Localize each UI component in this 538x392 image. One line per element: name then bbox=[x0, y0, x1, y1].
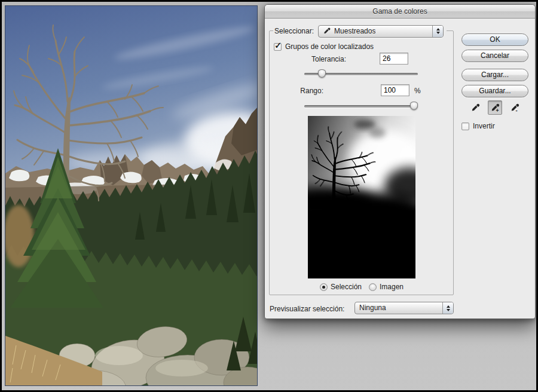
range-slider[interactable] bbox=[304, 102, 418, 111]
range-slider-thumb[interactable] bbox=[410, 102, 418, 110]
fuzziness-slider[interactable] bbox=[304, 69, 418, 79]
eyedropper-sample-icon[interactable] bbox=[468, 100, 482, 115]
popup-stepper-icon bbox=[432, 26, 443, 37]
radio-image[interactable] bbox=[369, 283, 377, 291]
range-unit: % bbox=[414, 87, 421, 95]
screenshot-frame: Gama de colores Seleccionar: Muestreados… bbox=[0, 0, 538, 392]
select-popup[interactable]: Muestreados bbox=[318, 25, 444, 38]
eyedropper-subtract-icon[interactable]: - bbox=[508, 100, 522, 115]
localized-checkbox[interactable]: ✓ bbox=[274, 43, 282, 51]
preview-mode-row: Selección Imagen bbox=[308, 282, 415, 292]
eyedropper-icon bbox=[323, 27, 331, 35]
radio-selection-item[interactable]: Selección bbox=[320, 283, 362, 291]
eyedropper-add-icon[interactable]: + bbox=[488, 100, 502, 115]
preview-select-label: Previsualizar selección: bbox=[270, 305, 344, 313]
fuzziness-label: Tolerancia: bbox=[274, 55, 346, 63]
radio-image-label: Imagen bbox=[380, 283, 404, 291]
range-input[interactable]: 100 bbox=[381, 84, 409, 96]
select-label: Seleccionar: bbox=[274, 27, 314, 35]
fuzziness-input[interactable]: 26 bbox=[380, 53, 408, 65]
popup-stepper-icon bbox=[442, 302, 453, 314]
invert-row: ✓ Invertir bbox=[461, 122, 495, 130]
dialog-titlebar[interactable]: Gama de colores bbox=[265, 5, 535, 19]
cancel-button[interactable]: Cancelar bbox=[461, 50, 528, 62]
preview-select-popup[interactable]: Ninguna bbox=[354, 302, 454, 314]
radio-selection[interactable] bbox=[320, 283, 328, 291]
invert-label: Invertir bbox=[473, 122, 495, 130]
range-slider-track[interactable] bbox=[304, 105, 418, 108]
color-range-dialog: Gama de colores Seleccionar: Muestreados… bbox=[264, 4, 536, 319]
select-popup-value: Muestreados bbox=[334, 26, 375, 37]
localized-label: Grupos de color localizados bbox=[285, 42, 374, 51]
ok-button[interactable]: OK bbox=[461, 33, 528, 46]
localized-row: ✓ Grupos de color localizados bbox=[274, 42, 374, 51]
landscape-photo bbox=[5, 6, 258, 386]
eyedropper-tools: + - bbox=[468, 100, 522, 115]
check-icon: ✓ bbox=[274, 40, 282, 51]
svg-text:-: - bbox=[515, 106, 517, 112]
selection-preview[interactable] bbox=[308, 116, 415, 278]
save-button[interactable]: Guardar... bbox=[461, 85, 528, 97]
svg-text:+: + bbox=[496, 108, 499, 113]
radio-image-item[interactable]: Imagen bbox=[369, 283, 404, 291]
range-label: Rango: bbox=[274, 87, 323, 95]
selection-mask bbox=[308, 116, 415, 278]
dialog-title: Gama de colores bbox=[372, 7, 427, 16]
invert-checkbox[interactable]: ✓ bbox=[461, 122, 469, 130]
radio-selection-label: Selección bbox=[331, 283, 362, 291]
photo-canvas[interactable] bbox=[5, 5, 258, 386]
load-button[interactable]: Cargar... bbox=[461, 69, 528, 81]
preview-select-value: Ninguna bbox=[359, 302, 386, 314]
fuzziness-slider-thumb[interactable] bbox=[318, 69, 326, 78]
